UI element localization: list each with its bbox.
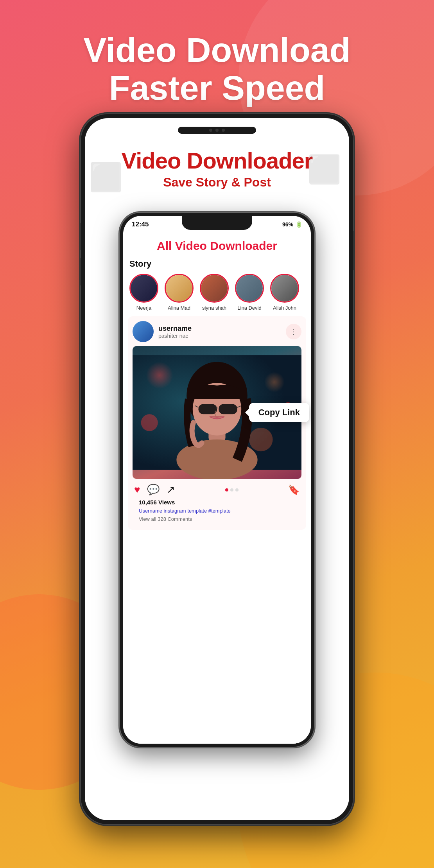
svg-rect-11 bbox=[219, 404, 237, 414]
post-menu-button[interactable]: ⋮ bbox=[286, 324, 301, 339]
avatar-img-3 bbox=[201, 275, 228, 301]
share-icon[interactable]: ↗ bbox=[167, 484, 175, 496]
story-section: Story Neerja bbox=[123, 254, 311, 311]
post-actions: ♥ 💬 ↗ 🔖 bbox=[133, 479, 301, 497]
svg-rect-10 bbox=[198, 404, 217, 414]
story-name-2: Alina Mad bbox=[168, 305, 190, 311]
battery-icon: 🔋 bbox=[296, 221, 302, 228]
post-section: username pashiter nac ⋮ bbox=[128, 316, 306, 530]
post-comments[interactable]: View all 328 Comments bbox=[137, 515, 297, 525]
avatar-img-1 bbox=[131, 275, 157, 301]
outer-phone: ⬛ ⬛ Video Downloader Save Story & Post 1… bbox=[80, 113, 354, 825]
story-avatar-1 bbox=[129, 274, 158, 303]
inner-phone-wrapper: 12:45 96% 🔋 All Video Downloader bbox=[119, 212, 315, 748]
post-action-left: ♥ 💬 ↗ bbox=[134, 484, 175, 496]
deco-icon-2: ⬛ bbox=[307, 153, 341, 185]
app-subtitle: Save Story & Post bbox=[93, 175, 341, 190]
svg-point-4 bbox=[249, 428, 273, 451]
story-item-3[interactable]: siyna shah bbox=[200, 274, 229, 311]
outer-phone-screen: ⬛ ⬛ Video Downloader Save Story & Post 1… bbox=[85, 118, 349, 820]
status-time: 12:45 bbox=[132, 221, 149, 228]
camera-bar bbox=[178, 127, 256, 134]
bookmark-icon[interactable]: 🔖 bbox=[288, 484, 300, 495]
status-icons: 96% 🔋 bbox=[282, 221, 302, 228]
volume-up-button bbox=[80, 223, 81, 250]
app-content-area: ⬛ ⬛ Video Downloader Save Story & Post bbox=[85, 142, 349, 197]
power-button bbox=[353, 231, 354, 270]
page-title: Video Download Faster Speed bbox=[0, 31, 434, 107]
inner-phone-screen: 12:45 96% 🔋 All Video Downloader bbox=[123, 216, 311, 744]
story-row: Neerja Alina Mad bbox=[129, 274, 305, 311]
iphone-notch bbox=[182, 216, 252, 230]
story-avatar-2 bbox=[165, 274, 194, 303]
dot-active bbox=[225, 488, 228, 491]
battery-percent: 96% bbox=[282, 221, 293, 228]
story-item-5[interactable]: Alish John bbox=[270, 274, 299, 311]
inner-phone: 12:45 96% 🔋 All Video Downloader bbox=[119, 212, 315, 748]
volume-down-button bbox=[80, 258, 81, 285]
story-avatar-4 bbox=[235, 274, 264, 303]
svg-point-2 bbox=[264, 372, 285, 392]
story-name-3: siyna shah bbox=[202, 305, 226, 311]
story-item-2[interactable]: Alina Mad bbox=[165, 274, 194, 311]
avatar-img-2 bbox=[166, 275, 192, 301]
story-name-5: Alish John bbox=[273, 305, 296, 311]
story-item-1[interactable]: Neerja bbox=[129, 274, 158, 311]
comment-icon[interactable]: 💬 bbox=[147, 484, 160, 496]
screen-content: All Video Downloader Story Neerja bbox=[123, 233, 311, 744]
post-username: username bbox=[158, 325, 286, 333]
story-avatar-5 bbox=[270, 274, 299, 303]
story-label: Story bbox=[129, 259, 305, 269]
camera-dot-3 bbox=[222, 129, 225, 132]
svg-point-1 bbox=[146, 362, 173, 389]
story-item-4[interactable]: Lina Devid bbox=[235, 274, 264, 311]
story-name-1: Neerja bbox=[136, 305, 151, 311]
story-name-4: Lina Devid bbox=[237, 305, 261, 311]
post-avatar bbox=[133, 321, 154, 342]
camera-dot-1 bbox=[209, 129, 212, 132]
app-title: Video Downloader bbox=[93, 149, 341, 172]
post-user-info: username pashiter nac bbox=[158, 325, 286, 339]
copy-link-tooltip[interactable]: Copy Link bbox=[249, 403, 309, 422]
header-section: Video Download Faster Speed bbox=[0, 31, 434, 107]
avatar-img-5 bbox=[271, 275, 298, 301]
svg-point-3 bbox=[141, 414, 158, 431]
like-icon[interactable]: ♥ bbox=[134, 484, 140, 496]
screen-app-title: All Video Downloader bbox=[123, 233, 311, 254]
post-image-container: Copy Link bbox=[133, 346, 301, 479]
avatar-img-4 bbox=[236, 275, 263, 301]
dot-2 bbox=[230, 488, 233, 491]
post-caption: Username instagram template #template bbox=[137, 507, 297, 515]
post-views: 10,456 Views bbox=[137, 497, 297, 507]
story-avatar-3 bbox=[200, 274, 229, 303]
post-indicator-dots bbox=[225, 488, 239, 491]
camera-dot-2 bbox=[215, 129, 219, 132]
deco-icon-1: ⬛ bbox=[89, 161, 123, 193]
post-user-subtitle: pashiter nac bbox=[158, 333, 286, 339]
post-header: username pashiter nac ⋮ bbox=[133, 321, 301, 342]
dot-3 bbox=[235, 488, 239, 491]
